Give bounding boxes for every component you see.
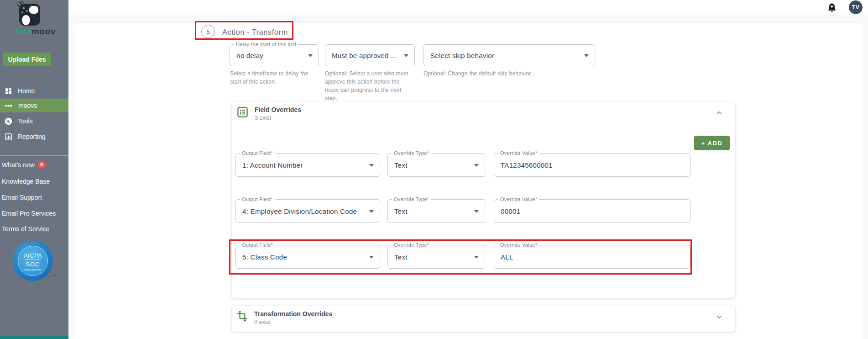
step-number-circle: 5: [201, 25, 215, 38]
datamoov-logo-icon: [16, 1, 41, 26]
delay-select[interactable]: Delay the start of this acti no delay: [230, 44, 319, 66]
override-type-label: Override Type*: [392, 242, 431, 248]
sidebar-item-tools[interactable]: Tools: [0, 114, 68, 128]
row2-output-field-value: 4: Employee Division/Location Code: [242, 207, 357, 215]
row2-override-type-value: Text: [394, 207, 408, 215]
override-type-label: Override Type*: [392, 150, 431, 156]
link-email-pro-services[interactable]: Email Pro Services: [2, 210, 56, 217]
dashboard-icon: [5, 87, 12, 95]
chevron-down-icon: [474, 210, 479, 213]
topbar: TV: [68, 0, 868, 15]
bar-chart-icon: [5, 133, 12, 141]
link-label: What's new: [2, 161, 35, 169]
user-avatar[interactable]: TV: [849, 0, 863, 14]
sidebar-item-label: Home: [18, 87, 35, 95]
row2-override-value-text: 00001: [501, 207, 520, 215]
chevron-down-icon: [369, 210, 374, 213]
approver-helper-text: Optional: Select a user who must approve…: [325, 69, 414, 102]
chevron-down-icon: [584, 54, 589, 57]
output-field-label: Output Field*: [240, 196, 275, 202]
chevron-down-icon: [369, 164, 374, 167]
row3-override-value-input[interactable]: Override Value* ALL: [494, 245, 690, 269]
chevron-down-icon: [369, 256, 374, 259]
link-label: Terms of Service: [2, 225, 49, 233]
link-terms-of-service[interactable]: Terms of Service: [2, 225, 49, 233]
row3-override-type-value: Text: [394, 253, 408, 261]
chevron-down-icon: [474, 164, 479, 167]
transform-icon: [236, 310, 248, 322]
delay-select-value: no delay: [236, 52, 263, 59]
row2-override-value-input[interactable]: Override Value* 00001: [494, 199, 690, 223]
output-field-label: Output Field*: [240, 242, 275, 248]
row3-output-field-value: 5: Class Code: [242, 253, 287, 261]
link-label: Knowledge Base: [2, 178, 50, 185]
sidebar: datamoov Upload Files Home moovs Tools R…: [0, 0, 68, 339]
dots-flow-icon: [5, 102, 13, 110]
field-overrides-count: 3 exist: [255, 115, 301, 121]
row2-output-field-select[interactable]: Output Field* 4: Employee Division/Locat…: [235, 199, 380, 223]
chevron-down-icon: [404, 54, 408, 57]
sidebar-bottom-strip: [0, 336, 68, 339]
link-label: Email Pro Services: [2, 210, 56, 217]
chevron-down-icon: [474, 256, 479, 259]
link-email-support[interactable]: Email Support: [2, 194, 42, 201]
list-icon: [236, 106, 249, 118]
chevron-up-icon[interactable]: [715, 109, 723, 117]
whats-new-badge: 8: [38, 161, 46, 169]
row1-override-value-input[interactable]: Override Value* TA12345600001: [494, 153, 690, 177]
sidebar-item-home[interactable]: Home: [0, 84, 68, 98]
transformation-overrides-header[interactable]: Transformation Overrides 0 exist: [236, 310, 332, 325]
skip-behavior-select-value: Select skip behavior: [430, 52, 494, 59]
skip-helper-text: Optional: Change the default skip behavi…: [424, 69, 615, 78]
row3-override-value-text: ALL: [501, 253, 513, 261]
sidebar-item-label: moovs: [18, 102, 37, 109]
sidebar-divider: [0, 155, 68, 156]
sidebar-item-moovs[interactable]: moovs: [0, 99, 68, 112]
row3-output-field-select[interactable]: Output Field* 5: Class Code: [235, 245, 380, 269]
transformation-overrides-title: Transformation Overrides: [254, 310, 332, 318]
chevron-down-icon[interactable]: [715, 313, 723, 321]
add-override-button[interactable]: + ADD: [694, 136, 730, 150]
link-label: Email Support: [2, 194, 42, 201]
soc-line1: AICPA: [13, 252, 53, 259]
override-value-label: Override Value*: [498, 150, 539, 156]
approver-select[interactable]: Must be approved ...: [325, 44, 415, 66]
skip-behavior-select[interactable]: Select skip behavior: [424, 44, 595, 66]
transformation-overrides-count: 0 exist: [254, 319, 332, 325]
delay-select-label: Delay the start of this acti: [234, 42, 298, 47]
row1-override-value-text: TA12345600001: [501, 161, 553, 169]
chevron-down-icon: [308, 54, 313, 57]
wrench-icon: [5, 117, 12, 125]
sidebar-item-label: Tools: [18, 117, 33, 125]
soc-tm: ™: [53, 275, 56, 277]
link-whats-new[interactable]: What's new 8: [2, 161, 46, 169]
soc-line2: SOC: [13, 261, 53, 268]
approver-select-value: Must be approved ...: [332, 52, 397, 59]
sidebar-item-reporting[interactable]: Reporting: [0, 130, 68, 143]
brand-name: datamoov: [0, 26, 68, 37]
app-root: datamoov Upload Files Home moovs Tools R…: [0, 0, 868, 339]
upload-files-button[interactable]: Upload Files: [3, 53, 51, 66]
field-overrides-title: Field Overrides: [255, 106, 301, 113]
soc-line3: aicpa.org/soc4so: [13, 268, 53, 271]
row1-override-type-select[interactable]: Override Type* Text: [387, 153, 485, 177]
row2-override-type-select[interactable]: Override Type* Text: [387, 199, 485, 223]
row1-output-field-select[interactable]: Output Field* 1: Account Number: [235, 153, 380, 177]
field-overrides-header[interactable]: Field Overrides 3 exist: [236, 106, 301, 121]
step-title: Action - Transform: [222, 28, 288, 37]
transformation-overrides-card: Transformation Overrides 0 exist: [232, 306, 735, 332]
logo[interactable]: datamoov: [0, 0, 68, 37]
aicpa-soc-badge: AICPA SOC aicpa.org/soc4so ™: [13, 241, 55, 283]
override-value-label: Override Value*: [498, 242, 539, 248]
row3-override-type-select[interactable]: Override Type* Text: [387, 245, 485, 269]
row1-override-type-value: Text: [394, 161, 408, 169]
row1-output-field-value: 1: Account Number: [242, 161, 303, 169]
notification-add-icon[interactable]: [826, 2, 837, 13]
delay-helper-text: Select a timeframe to delay the start of…: [230, 69, 310, 86]
sidebar-item-label: Reporting: [18, 133, 46, 140]
override-value-label: Override Value*: [498, 196, 539, 202]
override-type-label: Override Type*: [392, 196, 431, 202]
link-knowledge-base[interactable]: Knowledge Base: [2, 178, 50, 185]
output-field-label: Output Field*: [240, 150, 275, 156]
